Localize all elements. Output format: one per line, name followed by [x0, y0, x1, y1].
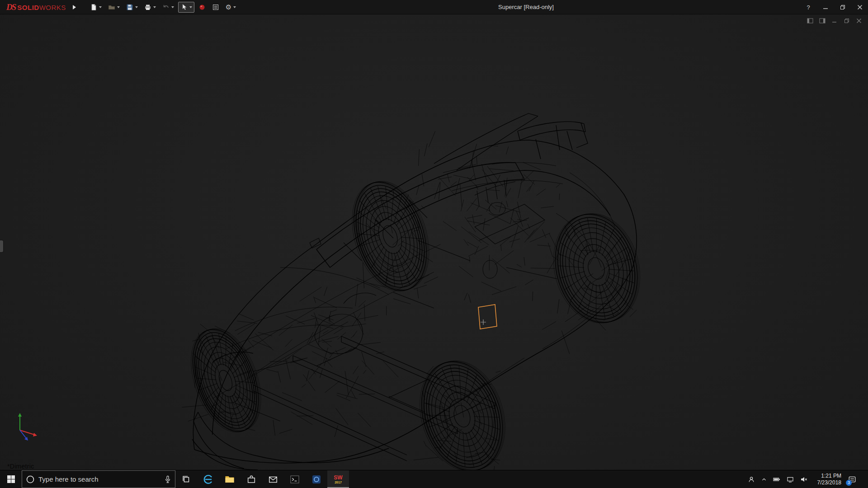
view-orientation-label: *Dimetric	[7, 463, 34, 470]
task-pane-icon	[212, 4, 219, 11]
windows-logo-icon	[7, 475, 15, 483]
orientation-triad	[6, 412, 47, 444]
clock-date: 7/23/2018	[813, 479, 841, 486]
taskpane-flyout-tab[interactable]	[0, 240, 3, 252]
restore-icon	[840, 5, 845, 10]
save-button[interactable]	[124, 2, 140, 13]
close-icon	[857, 5, 863, 10]
minimize-icon	[823, 5, 828, 10]
undo-icon	[162, 4, 170, 11]
edge-button[interactable]	[197, 470, 219, 488]
command-prompt-icon	[289, 474, 300, 485]
quick-access-toolbar: ⚙	[88, 2, 238, 13]
task-view-button[interactable]	[175, 470, 197, 488]
search-input[interactable]	[38, 475, 160, 483]
doc-minimize-button[interactable]	[830, 17, 838, 24]
minimize-button[interactable]	[822, 4, 829, 11]
close-button[interactable]	[856, 4, 863, 11]
task-view-icon	[181, 474, 191, 484]
store-button[interactable]	[241, 470, 262, 488]
doc-restore-button[interactable]	[843, 17, 850, 24]
help-button[interactable]: ?	[805, 4, 812, 11]
action-center-button[interactable]: 3	[847, 474, 858, 485]
notification-badge: 3	[846, 480, 852, 486]
chevron-down-icon[interactable]	[135, 6, 138, 8]
brand-works: WORKS	[39, 4, 66, 11]
document-title: Supercar [Read-only]	[498, 4, 554, 10]
pane-right-button[interactable]	[818, 17, 826, 24]
people-icon[interactable]	[747, 476, 755, 483]
ds-logo-icon: DS	[6, 2, 15, 12]
blue-app-icon	[311, 474, 322, 485]
pane-left-button[interactable]	[806, 17, 814, 24]
windows-taskbar: SW 2017	[0, 470, 868, 488]
crosshair-cursor-icon	[481, 319, 486, 325]
command-prompt-button[interactable]	[284, 470, 306, 488]
new-document-icon	[90, 4, 97, 11]
solidworks-window: DS SOLIDWORKS	[0, 0, 868, 488]
solidworks-logo: DS SOLIDWORKS	[0, 2, 70, 12]
open-folder-icon	[108, 4, 115, 11]
system-tray: 1:21 PM 7/23/2018 3	[747, 470, 868, 488]
chevron-down-icon[interactable]	[117, 6, 120, 8]
start-button[interactable]	[0, 470, 22, 488]
select-arrow-icon	[180, 4, 188, 11]
menu-flyout-button[interactable]	[70, 2, 80, 12]
brand-solid: SOLID	[17, 4, 39, 11]
cortana-icon	[26, 475, 35, 484]
select-tool-button[interactable]	[178, 2, 194, 13]
chevron-down-icon[interactable]	[233, 6, 236, 8]
pinned-apps: SW 2017	[175, 470, 349, 488]
options-button[interactable]: ⚙	[223, 2, 238, 13]
save-icon	[126, 4, 133, 11]
volume-muted-icon[interactable]	[800, 476, 808, 483]
microphone-icon[interactable]	[164, 475, 171, 483]
selection-box	[478, 305, 497, 329]
network-icon[interactable]	[786, 476, 794, 483]
chevron-up-icon[interactable]	[761, 476, 767, 483]
document-window-controls	[806, 17, 863, 24]
graphics-viewport[interactable]: *Dimetric	[0, 14, 868, 470]
file-explorer-button[interactable]	[219, 470, 241, 488]
chevron-down-icon[interactable]	[99, 6, 102, 8]
solidworks-2017-icon: SW 2017	[334, 475, 342, 484]
open-document-button[interactable]	[106, 2, 122, 13]
wireframe-car-model	[0, 14, 868, 470]
battery-icon[interactable]	[773, 476, 781, 483]
undo-button[interactable]	[160, 2, 176, 13]
maximize-button[interactable]	[839, 4, 846, 11]
flyout-arrow-icon	[73, 5, 76, 9]
taskbar-search[interactable]	[22, 470, 175, 488]
edge-icon	[203, 474, 213, 485]
print-button[interactable]	[142, 2, 158, 13]
doc-close-button[interactable]	[855, 17, 863, 24]
taskbar-clock[interactable]: 1:21 PM 7/23/2018	[813, 473, 841, 486]
red-sphere-icon	[198, 4, 206, 11]
file-explorer-icon	[224, 474, 235, 485]
app-button[interactable]	[306, 470, 327, 488]
titlebar: DS SOLIDWORKS	[0, 0, 868, 14]
mail-icon	[268, 474, 278, 484]
gear-icon: ⚙	[226, 4, 231, 11]
chevron-down-icon[interactable]	[189, 6, 192, 8]
resources-button[interactable]	[196, 2, 208, 13]
task-pane-button[interactable]	[210, 2, 222, 13]
chevron-down-icon[interactable]	[171, 6, 174, 8]
solidworks-app-button[interactable]: SW 2017	[327, 470, 349, 488]
clock-time: 1:21 PM	[813, 473, 841, 479]
taskbar-empty-area	[349, 470, 747, 488]
store-icon	[246, 474, 256, 484]
window-controls: ?	[805, 0, 865, 14]
mail-button[interactable]	[262, 470, 284, 488]
print-icon	[144, 4, 151, 11]
new-document-button[interactable]	[88, 2, 104, 13]
chevron-down-icon[interactable]	[153, 6, 156, 8]
